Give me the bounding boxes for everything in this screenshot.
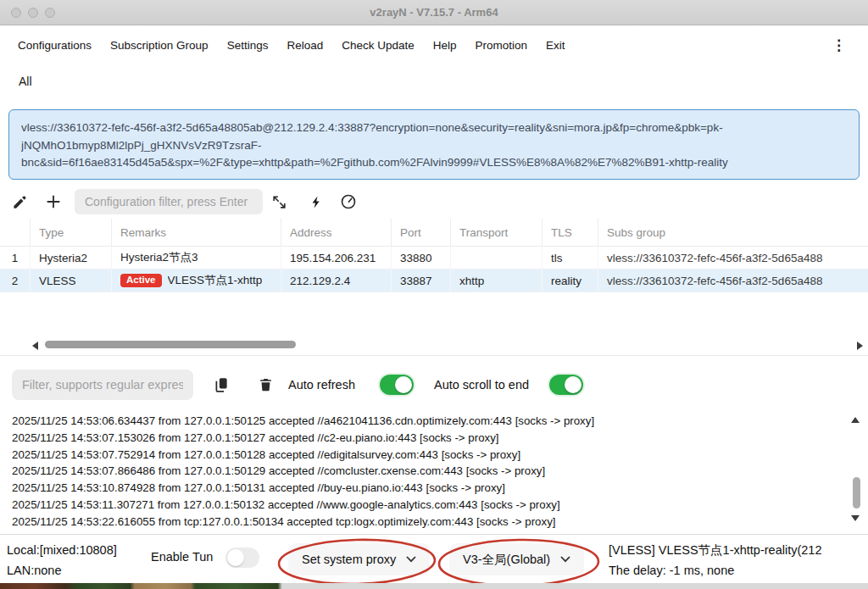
titlebar: v2rayN - V7.15.7 - Arm64 [0, 0, 868, 25]
column-header[interactable]: TLS [542, 219, 598, 246]
lan-text: LAN:none [7, 560, 117, 581]
overflow-menu-icon[interactable]: ⋮ [832, 36, 860, 54]
enable-tun-toggle[interactable] [225, 547, 259, 568]
share-url-line: vless://33610372-fefc-456f-a3f2-5d65a488… [21, 119, 847, 137]
menu-item[interactable]: Check Update [332, 39, 424, 52]
menu-item[interactable]: Subscription Group [101, 39, 218, 52]
column-header[interactable]: Address [281, 219, 392, 246]
auto-refresh-toggle[interactable] [380, 375, 414, 395]
cell-remarks: Hysteria2节点3 [112, 247, 281, 269]
gauge-icon [340, 193, 357, 210]
share-url-box[interactable]: vless://33610372-fefc-456f-a3f2-5d65a488… [8, 109, 860, 180]
cell-type: VLESS [31, 269, 112, 292]
remarks-text: VLESS节点1-xhttp [168, 273, 263, 288]
table-header: TypeRemarksAddressPortTransportTLSSubs g… [0, 219, 868, 247]
edit-config-button[interactable] [8, 191, 31, 213]
cell-tls: tls [542, 247, 598, 269]
expand-button[interactable] [268, 191, 290, 213]
remarks-text: Hysteria2节点3 [120, 250, 198, 265]
pencil-icon [12, 194, 28, 210]
active-badge: Active [120, 274, 162, 288]
cell-subs-group: vless://33610372-fefc-456f-a3f2-5d65a488 [598, 247, 868, 269]
column-header[interactable]: Subs group [598, 219, 868, 246]
auto-scroll-toggle[interactable] [549, 375, 583, 395]
copy-icon [213, 375, 231, 394]
auto-scroll-label: Auto scroll to end [434, 363, 529, 407]
node-name-text: [VLESS] VLESS节点1-xhttp-reality(212 [609, 540, 868, 560]
menu-items: ConfigurationsSubscription GroupSettings… [8, 39, 575, 52]
lightning-icon [309, 194, 324, 210]
log-line: 2025/11/25 14:53:11.307271 from 127.0.0.… [12, 497, 868, 514]
log-panel: 2025/11/25 14:53:06.634437 from 127.0.0.… [0, 407, 868, 532]
latency-test-button[interactable] [337, 191, 359, 213]
local-listen-info: Local:[mixed:10808] LAN:none [7, 540, 117, 581]
scroll-down-arrow-icon[interactable] [851, 515, 860, 521]
cell-address: 212.129.2.4 [281, 269, 392, 292]
column-header[interactable]: Transport [451, 219, 542, 246]
log-line: 2025/11/25 14:53:22.616055 from tcp:127.… [12, 514, 868, 531]
menu-item[interactable]: Reload [277, 39, 332, 52]
log-filter-input[interactable] [12, 370, 193, 400]
local-port-text: Local:[mixed:10808] [7, 540, 117, 560]
cell-tls: reality [542, 269, 598, 292]
horizontal-scrollbar-thumb[interactable] [45, 341, 296, 348]
menu-item[interactable]: Help [424, 39, 466, 52]
copy-log-button[interactable] [210, 374, 232, 396]
column-header[interactable] [0, 219, 31, 246]
column-header[interactable]: Port [392, 219, 451, 246]
row-index: 2 [0, 269, 31, 292]
menu-bar: ConfigurationsSubscription GroupSettings… [0, 26, 868, 64]
desktop-wallpaper-strip [0, 583, 868, 589]
share-url-line: jNQMhO1bmyp8Ml2lpPj_gHXNVsVzR9TzsraF- [21, 137, 847, 155]
tab-all[interactable]: All [19, 75, 32, 88]
log-line: 2025/11/25 14:53:06.634437 from 127.0.0.… [12, 413, 868, 430]
chevron-down-icon [560, 556, 570, 563]
system-proxy-value: Set system proxy [302, 553, 396, 566]
menu-item[interactable]: Promotion [466, 39, 537, 52]
chevron-down-icon [406, 556, 416, 563]
cell-transport [451, 247, 542, 269]
v2rayn-window: v2rayN - V7.15.7 - Arm64 ConfigurationsS… [0, 0, 868, 589]
trash-icon [259, 376, 273, 393]
share-url-line: bnc&sid=6f16ae83145d45a5&spx=%2F&type=xh… [21, 154, 847, 172]
log-line: 2025/11/25 14:53:10.874928 from 127.0.0.… [12, 480, 868, 497]
log-line: 2025/11/25 14:53:07.752914 from 127.0.0.… [12, 447, 868, 464]
routing-dropdown[interactable]: V3-全局(Global) [449, 543, 584, 575]
scroll-right-arrow-icon[interactable] [857, 342, 863, 350]
cell-port: 33887 [392, 269, 451, 292]
table-row[interactable]: 2 VLESS ActiveVLESS节点1-xhttp 212.129.2.4… [0, 269, 868, 292]
plus-icon [44, 192, 63, 211]
cell-port: 33880 [392, 247, 451, 269]
cell-address: 195.154.206.231 [281, 247, 392, 269]
menu-item[interactable]: Settings [218, 39, 278, 52]
log-toolbar: Auto refresh Auto scroll to end [0, 363, 868, 407]
table-body: 1 Hysteria2 Hysteria2节点3 195.154.206.231… [0, 247, 868, 292]
divider [0, 355, 868, 356]
clear-log-button[interactable] [254, 374, 276, 396]
window-title: v2rayN - V7.15.7 - Arm64 [0, 0, 868, 25]
delay-text: The delay: -1 ms, none [609, 560, 868, 581]
vertical-scrollbar-thumb[interactable] [853, 477, 860, 508]
profiles-table: TypeRemarksAddressPortTransportTLSSubs g… [0, 219, 868, 292]
speed-test-button[interactable] [305, 191, 327, 213]
column-header[interactable]: Remarks [112, 219, 281, 246]
cell-transport: xhttp [451, 269, 542, 292]
horizontal-scrollbar [0, 338, 868, 353]
table-row[interactable]: 1 Hysteria2 Hysteria2节点3 195.154.206.231… [0, 247, 868, 269]
scroll-up-arrow-icon[interactable] [851, 417, 860, 423]
add-config-button[interactable] [42, 191, 64, 213]
menu-item[interactable]: Configurations [8, 39, 101, 52]
enable-tun-label: Enable Tun [151, 550, 213, 564]
row-index: 1 [0, 247, 31, 269]
system-proxy-dropdown[interactable]: Set system proxy [288, 543, 430, 575]
cell-remarks: ActiveVLESS节点1-xhttp [112, 269, 281, 292]
cell-subs-group: vless://33610372-fefc-456f-a3f2-5d65a488 [598, 269, 868, 292]
log-lines: 2025/11/25 14:53:06.634437 from 127.0.0.… [0, 407, 868, 531]
routing-value: V3-全局(Global) [463, 552, 550, 568]
column-header[interactable]: Type [31, 219, 112, 246]
menu-item[interactable]: Exit [537, 39, 575, 52]
cell-type: Hysteria2 [31, 247, 112, 269]
auto-refresh-label: Auto refresh [288, 363, 355, 407]
scroll-left-arrow-icon[interactable] [32, 342, 38, 350]
config-filter-input[interactable] [75, 189, 263, 214]
